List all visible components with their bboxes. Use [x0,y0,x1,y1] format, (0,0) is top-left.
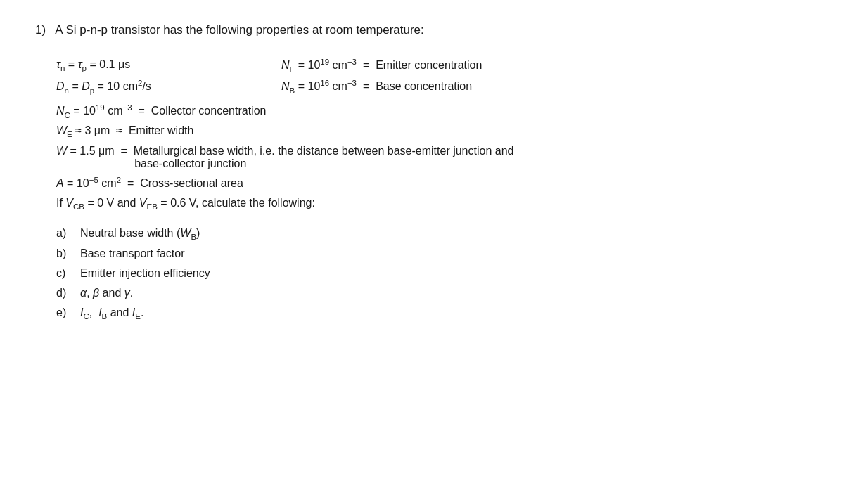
problem-header: 1) A Si p-n-p transistor has the followi… [35,21,809,39]
prop-nb: NB = 1016 cm−3 = Base concentration [281,76,809,98]
question-b-label: b) [56,244,76,264]
question-b-text: Base transport factor [80,244,185,264]
question-b: b) Base transport factor [56,244,809,264]
prop-we-row: WE ≈ 3 μm ≈ Emitter width [56,124,809,138]
page-content: 1) A Si p-n-p transistor has the followi… [35,21,809,324]
question-d-text: α, β and γ. [80,283,133,303]
problem-number: 1) [35,23,53,37]
question-a-text: Neutral base width (WB) [80,224,200,244]
prop-a-row: A = 10−5 cm2 = Cross-sectional area [56,176,809,190]
problem-intro: A Si p-n-p transistor has the following … [55,23,423,37]
prop-tau: τn = τp = 0.1 μs [56,55,281,77]
question-c-label: c) [56,264,76,283]
question-c-text: Emitter injection efficiency [80,264,210,283]
question-e-label: e) [56,303,76,323]
question-d-label: d) [56,283,76,303]
question-c: c) Emitter injection efficiency [56,264,809,283]
question-a: a) Neutral base width (WB) [56,224,809,244]
question-e-text: IC, IB and IE. [80,303,143,323]
prop-dn: Dn = Dp = 10 cm2/s [56,76,281,98]
question-d: d) α, β and γ. [56,283,809,303]
properties-grid: τn = τp = 0.1 μs NE = 1019 cm−3 = Emitte… [56,55,809,98]
question-a-label: a) [56,224,76,244]
prop-nc-row: NC = 1019 cm−3 = Collector concentration [56,103,809,119]
prop-w-row: W = 1.5 μm = Metallurgical base width, i… [56,145,809,170]
condition-row: If VCB = 0 V and VEB = 0.6 V, calculate … [56,197,809,211]
questions-section: a) Neutral base width (WB) b) Base trans… [56,224,809,324]
question-e: e) IC, IB and IE. [56,303,809,323]
prop-ne: NE = 1019 cm−3 = Emitter concentration [281,55,809,77]
